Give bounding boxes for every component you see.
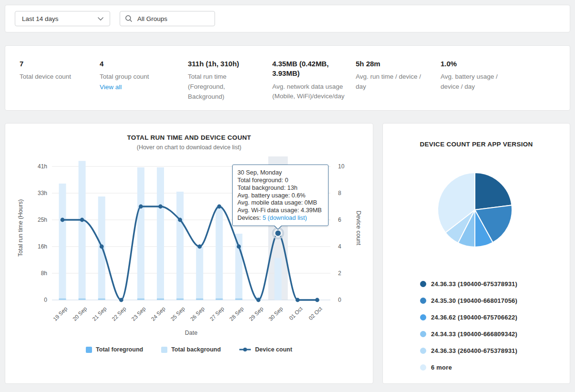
bar-foreground-27-Sep[interactable] <box>216 299 223 300</box>
x-tick-26-Sep: 26 Sep <box>189 306 205 322</box>
date-range-value: Last 14 days <box>22 15 59 22</box>
y-left-tick: 25h <box>38 217 47 223</box>
pie-legend-item-24-34-33-190400-666809342[interactable]: 24.34.33 (190400-666809342) <box>420 326 570 342</box>
pie-legend-item-24-35-30-190400-668017056[interactable]: 24.35.30 (190400-668017056) <box>420 292 570 309</box>
legend-label: Device count <box>255 346 292 353</box>
legend-label: 24.36.33 (260400-675378931) <box>431 347 517 354</box>
runtime-chart-legend: Total foregroundTotal backgroundDevice c… <box>5 346 373 353</box>
tooltip-devices-label: Devices: <box>237 214 263 221</box>
x-axis-title: Date <box>185 330 197 336</box>
pie-legend-item-more[interactable]: 6 more <box>420 359 570 376</box>
line-dot-23-Sep[interactable] <box>139 205 143 209</box>
legend-swatch <box>86 347 92 353</box>
runtime-chart-body: 008h216h425h633h841h1019 Sep20 Sep21 Sep… <box>5 152 373 344</box>
tooltip-row: Avg. battery usage: 0.6% <box>237 192 323 199</box>
bar-foreground-25-Sep[interactable] <box>176 299 184 300</box>
pie-legend-item-24-36-33-260400-675378931[interactable]: 24.36.33 (260400-675378931) <box>420 342 570 359</box>
bar-background-19-Sep[interactable] <box>59 184 66 299</box>
pie-legend-item-24-36-33-190400-675378931[interactable]: 24.36.33 (190400-675378931) <box>420 276 570 292</box>
line-dot-24-Sep[interactable] <box>158 205 163 209</box>
line-dot-icon <box>239 347 251 352</box>
legend-item-total-foreground[interactable]: Total foreground <box>86 346 143 353</box>
pie-slice-24-36-33-190400-675378931[interactable] <box>475 173 512 210</box>
legend-dot <box>420 298 426 304</box>
line-dot-29-Sep[interactable] <box>257 298 261 302</box>
legend-dot <box>420 281 426 287</box>
y-right-tick: 2 <box>338 270 341 277</box>
x-tick-01-Oct: 01 Oct <box>288 305 304 321</box>
legend-item-device-count[interactable]: Device count <box>239 346 292 353</box>
line-dot-20-Sep[interactable] <box>80 218 84 222</box>
stat-label: Total run time (Foreground, Background) <box>188 72 260 102</box>
y-left-axis-title: Total run time (Hours) <box>17 199 24 257</box>
bar-foreground-28-Sep[interactable] <box>235 299 242 300</box>
bar-background-27-Sep[interactable] <box>216 206 223 298</box>
bar-foreground-23-Sep[interactable] <box>137 299 144 300</box>
bar-foreground-24-Sep[interactable] <box>157 299 164 300</box>
bar-foreground-20-Sep[interactable] <box>79 299 86 300</box>
line-dot-19-Sep[interactable] <box>61 218 65 222</box>
stat-label: Avg. run time / device / day <box>356 72 428 92</box>
chart-tooltip: 30 Sep, Monday Total foreground: 0Total … <box>232 165 329 226</box>
legend-dot <box>420 348 426 354</box>
dashboard-page: Last 14 days 7Total device count4Total g… <box>0 0 575 392</box>
bar-foreground-19-Sep[interactable] <box>59 299 66 300</box>
line-dot-26-Sep[interactable] <box>197 245 202 249</box>
stat-value: 4 <box>100 59 171 69</box>
y-left-tick: 16h <box>38 243 47 250</box>
line-dot-30-Sep[interactable] <box>275 230 281 237</box>
line-dot-28-Sep[interactable] <box>237 245 241 249</box>
stat-value: 4.35MB (0.42MB, 3.93MB) <box>272 59 344 79</box>
stat-label: Avg. battery usage / device / day <box>441 72 513 92</box>
tooltip-date: 30 Sep, Monday <box>237 169 323 176</box>
y-right-tick: 4 <box>338 243 341 250</box>
stat-value: 5h 28m <box>356 59 427 69</box>
search-icon <box>125 15 133 22</box>
app-version-chart-card: DEVICE COUNT PER APP VERSION 24.36.33 (1… <box>382 123 570 384</box>
y-right-axis-title: Device count <box>355 211 362 246</box>
stat-total-device-count: 7Total device count <box>20 59 100 110</box>
bar-background-23-Sep[interactable] <box>137 167 144 299</box>
line-dot-22-Sep[interactable] <box>119 298 123 302</box>
bar-background-24-Sep[interactable] <box>157 167 164 299</box>
x-tick-20-Sep: 20 Sep <box>72 306 88 322</box>
legend-label: Total foreground <box>96 346 143 353</box>
line-dot-01-Oct[interactable] <box>296 298 300 302</box>
date-range-select[interactable]: Last 14 days <box>15 11 110 26</box>
line-dot-02-Oct[interactable] <box>315 298 319 302</box>
bar-foreground-26-Sep[interactable] <box>196 299 203 300</box>
stats-row: 7Total device count4Total group countVie… <box>20 59 555 110</box>
bar-background-28-Sep[interactable] <box>235 234 242 299</box>
legend-label: Total background <box>171 346 221 353</box>
x-tick-30-Sep: 30 Sep <box>267 306 284 322</box>
group-search-input[interactable] <box>136 15 208 23</box>
x-tick-22-Sep: 22 Sep <box>111 306 127 322</box>
pie-chart-title: DEVICE COUNT PER APP VERSION <box>383 141 570 148</box>
pie-legend-item-24-36-62-190400-675706622[interactable]: 24.36.62 (190400-675706622) <box>420 309 570 326</box>
view-all-link[interactable]: View all <box>100 83 122 91</box>
stat-value: 311h (1h, 310h) <box>188 59 259 69</box>
tooltip-devices-line: Devices: 5 (download list) <box>237 214 323 222</box>
y-right-tick: 0 <box>338 297 341 303</box>
download-device-list-link[interactable]: 5 (download list) <box>263 214 307 221</box>
y-right-tick: 10 <box>338 163 345 170</box>
legend-item-total-background[interactable]: Total background <box>161 346 221 353</box>
legend-label: 6 more <box>431 364 452 371</box>
bar-background-30-Sep[interactable] <box>275 258 282 300</box>
x-tick-23-Sep: 23 Sep <box>131 306 147 322</box>
bar-foreground-21-Sep[interactable] <box>98 299 105 300</box>
stat-avg-battery-usage-device-day: 1.0%Avg. battery usage / device / day <box>441 59 522 110</box>
bar-background-20-Sep[interactable] <box>79 161 86 298</box>
bar-background-25-Sep[interactable] <box>176 192 184 299</box>
legend-dot <box>420 364 426 371</box>
x-tick-21-Sep: 21 Sep <box>91 306 107 322</box>
stat-label: Total device count <box>20 72 92 82</box>
y-left-tick: 33h <box>38 190 47 196</box>
legend-label: 24.35.30 (190400-668017056) <box>431 297 517 304</box>
bar-background-26-Sep[interactable] <box>196 247 203 298</box>
line-dot-21-Sep[interactable] <box>100 245 104 249</box>
line-dot-27-Sep[interactable] <box>217 205 221 209</box>
group-search[interactable] <box>120 11 215 26</box>
line-dot-25-Sep[interactable] <box>178 218 182 222</box>
y-left-tick: 0 <box>44 297 47 303</box>
